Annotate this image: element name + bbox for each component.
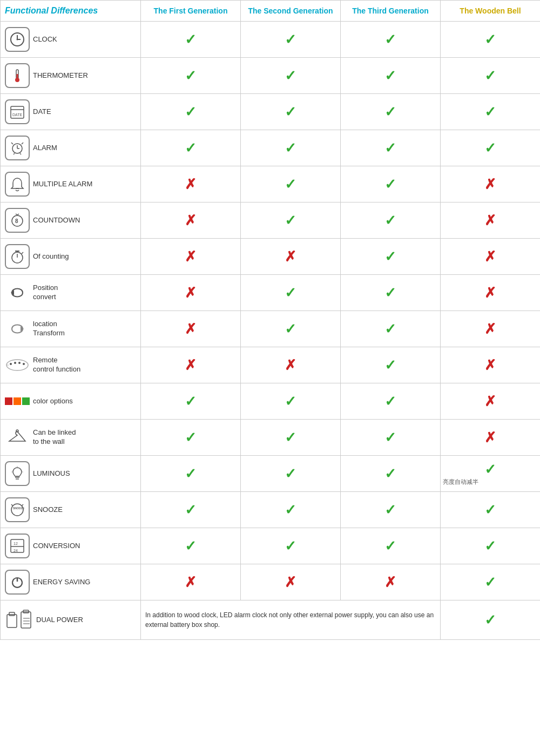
svg-rect-5 xyxy=(17,74,18,78)
cross-mark: ✗ xyxy=(443,248,538,265)
location-transform-gen2-cell: ✓ xyxy=(241,311,341,347)
table-row: 8 COUNTDOWN ✗✓✓✗ xyxy=(1,202,541,239)
feature-cell-countdown: 8 COUNTDOWN xyxy=(1,202,141,239)
svg-text:8: 8 xyxy=(15,218,18,224)
table-row: CLOCK ✓✓✓✓ xyxy=(1,22,541,58)
check-mark: ✓ xyxy=(343,212,438,229)
check-mark: ✓ xyxy=(243,212,338,229)
check-mark: ✓ xyxy=(243,31,338,48)
dual-power-icon xyxy=(5,606,33,634)
energy-saving-gen2-cell: ✗ xyxy=(241,564,341,600)
svg-point-29 xyxy=(14,362,16,364)
check-mark: ✓ xyxy=(143,465,238,482)
check-mark: ✓ xyxy=(243,465,338,482)
cross-mark: ✗ xyxy=(443,176,538,193)
feature-cell-luminous: LUMINOUS xyxy=(1,456,141,492)
check-mark: ✓ xyxy=(343,104,438,120)
header-gen2: The Second Generation xyxy=(241,1,341,22)
date-wooden-cell: ✓ xyxy=(441,94,541,130)
check-mark: ✓ xyxy=(443,31,538,48)
feature-cell-multiple-alarm: MULTIPLE ALARM xyxy=(1,166,141,202)
table-row: THERMOMETER ✓✓✓✓ xyxy=(1,58,541,94)
feature-label: Positionconvert xyxy=(33,284,58,302)
table-row: Of counting ✗✗✓✗ xyxy=(1,239,541,275)
multiple-alarm-gen1-cell: ✗ xyxy=(141,166,241,202)
luminous-note: 亮度自动减半 xyxy=(443,478,538,486)
cross-mark: ✗ xyxy=(243,248,338,265)
header-gen1: The First Generation xyxy=(141,1,241,22)
feature-cell-location-transform: locationTransform xyxy=(1,311,141,347)
check-mark: ✓ xyxy=(243,140,338,157)
svg-line-15 xyxy=(14,153,15,154)
cross-mark: ✗ xyxy=(143,285,238,301)
check-mark: ✓ xyxy=(243,104,338,120)
svg-line-20 xyxy=(16,214,17,215)
svg-line-13 xyxy=(11,143,13,144)
feature-label: ALARM xyxy=(33,144,57,153)
svg-text:24: 24 xyxy=(14,549,18,552)
remote-icon xyxy=(5,353,30,377)
header-functional-differences: Functional Differences xyxy=(1,1,141,22)
clock-icon xyxy=(5,27,30,52)
cross-mark: ✗ xyxy=(443,212,538,229)
luminous-gen2-cell: ✓ xyxy=(241,456,341,492)
conversion-gen3-cell: ✓ xyxy=(341,528,441,564)
svg-point-31 xyxy=(23,363,25,365)
snooze-gen3-cell: ✓ xyxy=(341,492,441,528)
feature-cell-position-convert: Positionconvert xyxy=(1,275,141,311)
svg-text:DATE: DATE xyxy=(12,113,22,117)
svg-rect-51 xyxy=(21,612,31,628)
svg-point-28 xyxy=(10,363,12,365)
luminous-wooden-cell: ✓亮度自动减半 xyxy=(441,456,541,492)
check-mark: ✓ xyxy=(443,140,538,157)
countdown-gen1-cell: ✗ xyxy=(141,202,241,239)
check-mark: ✓ xyxy=(243,502,338,518)
table-row: Positionconvert ✗✓✓✗ xyxy=(1,275,541,311)
luminous-gen3-cell: ✓ xyxy=(341,456,441,492)
cross-mark: ✗ xyxy=(443,321,538,338)
feature-cell-wall-link: Can be linkedto the wall xyxy=(1,420,141,456)
dual-power-wooden-cell: ✓ xyxy=(441,600,541,640)
remote-control-gen1-cell: ✗ xyxy=(141,347,241,383)
color-options-gen3-cell: ✓ xyxy=(341,383,441,420)
svg-point-6 xyxy=(15,78,19,82)
wall-link-gen2-cell: ✓ xyxy=(241,420,341,456)
wall-link-wooden-cell: ✗ xyxy=(441,420,541,456)
clock-gen2-cell: ✓ xyxy=(241,22,341,58)
cross-mark: ✗ xyxy=(443,429,538,446)
alarm-icon xyxy=(5,136,30,160)
multiple-alarm-gen3-cell: ✓ xyxy=(341,166,441,202)
check-mark: ✓ xyxy=(143,538,238,555)
multiple-alarm-gen2-cell: ✓ xyxy=(241,166,341,202)
svg-line-14 xyxy=(22,143,23,144)
feature-label: SNOOZE xyxy=(33,505,63,515)
check-mark: ✓ xyxy=(343,248,438,265)
dual-power-description: In addition to wood clock, LED alarm clo… xyxy=(143,608,438,632)
date-icon: DATE xyxy=(5,99,30,124)
check-mark: ✓ xyxy=(343,321,438,338)
feature-label: THERMOMETER xyxy=(33,71,88,80)
thermometer-icon xyxy=(5,63,30,88)
check-mark: ✓ xyxy=(143,429,238,446)
table-row: Can be linkedto the wall ✓✓✓✗ xyxy=(1,420,541,456)
svg-point-27 xyxy=(6,360,28,370)
table-row: locationTransform ✗✓✓✗ xyxy=(1,311,541,347)
svg-line-21 xyxy=(17,214,19,215)
feature-cell-thermometer: THERMOMETER xyxy=(1,58,141,94)
stopwatch-icon xyxy=(5,244,30,269)
cross-mark: ✗ xyxy=(443,285,538,301)
clock-gen3-cell: ✓ xyxy=(341,22,441,58)
energy-saving-wooden-cell: ✓ xyxy=(441,564,541,600)
feature-label: locationTransform xyxy=(33,320,65,338)
feature-cell-color-options: color options xyxy=(1,383,141,420)
header-gen3: The Third Generation xyxy=(341,1,441,22)
svg-rect-50 xyxy=(9,612,15,616)
feature-label: Remotecontrol function xyxy=(33,356,80,374)
hanger-icon xyxy=(5,425,30,450)
location-transform-gen1-cell: ✗ xyxy=(141,311,241,347)
header-wooden: The Wooden Bell xyxy=(441,1,541,22)
check-mark: ✓ xyxy=(343,68,438,84)
check-mark: ✓ xyxy=(343,465,438,482)
feature-label: Can be linkedto the wall xyxy=(33,428,76,447)
svg-point-33 xyxy=(16,430,18,432)
